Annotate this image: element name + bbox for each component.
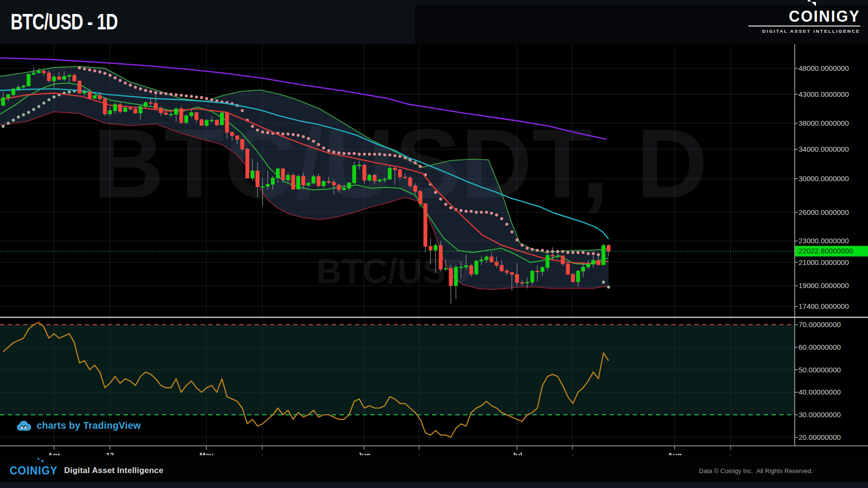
svg-text:34000.0000000: 34000.0000000 [799,145,849,153]
pane-separator[interactable] [0,317,868,318]
svg-text:30000.0000000: 30000.0000000 [799,174,849,183]
tradingview-cloud-icon [16,421,31,431]
svg-text:30.00000000: 30.00000000 [799,410,841,419]
tradingview-attribution-text: charts by TradingView [37,420,141,431]
footer-bar: COINIGY Digital Asset Intelligence Data … [0,455,868,482]
svg-text:26000.0000000: 26000.0000000 [799,208,849,216]
svg-text:48000.0000000: 48000.0000000 [799,64,849,72]
svg-text:21000.0000000: 21000.0000000 [799,258,849,266]
footer-coinigy-logo-text: COINIGY [10,464,58,477]
price-axis-labels[interactable]: 48000.000000043000.000000038000.00000003… [795,64,849,310]
svg-text:23000.0000000: 23000.0000000 [799,237,849,245]
svg-text:50.00000000: 50.00000000 [799,366,841,374]
main-chart-canvas[interactable]: BTC/USDT, DBTC/USD48000.000000043000.000… [0,0,868,488]
footer-coinigy-logo: COINIGY [10,464,62,477]
svg-text:70.00000000: 70.00000000 [799,320,841,329]
svg-text:17400.0000000: 17400.0000000 [799,302,849,310]
footer-coinigy-arrow-icon [38,457,40,460]
current-price-tag: 22022.60000000 [795,246,868,256]
svg-text:40.00000000: 40.00000000 [799,388,841,396]
svg-text:38000.0000000: 38000.0000000 [799,119,849,127]
footer-coinigy-arrow-icon [41,460,43,463]
svg-text:19000.0000000: 19000.0000000 [799,281,849,290]
bottom-strip [0,482,868,488]
rsi-axis-labels[interactable]: 70.0000000060.0000000050.0000000040.0000… [795,320,841,441]
coinigy-chart-window: BTC/USD - 1D COINIGY DIGITAL ASSET INTEL… [0,0,868,488]
tradingview-attribution-link[interactable]: charts by TradingView [16,420,141,431]
svg-text:20.00000000: 20.00000000 [799,433,841,441]
svg-text:60.00000000: 60.00000000 [799,343,841,351]
footer-tagline: Digital Asset Intelligence [64,466,163,475]
svg-text:22022.60000000: 22022.60000000 [799,247,853,255]
footer-copyright: Data © Coinigy Inc. All Rights Reserved. [699,467,813,475]
svg-text:43000.0000000: 43000.0000000 [799,90,849,98]
